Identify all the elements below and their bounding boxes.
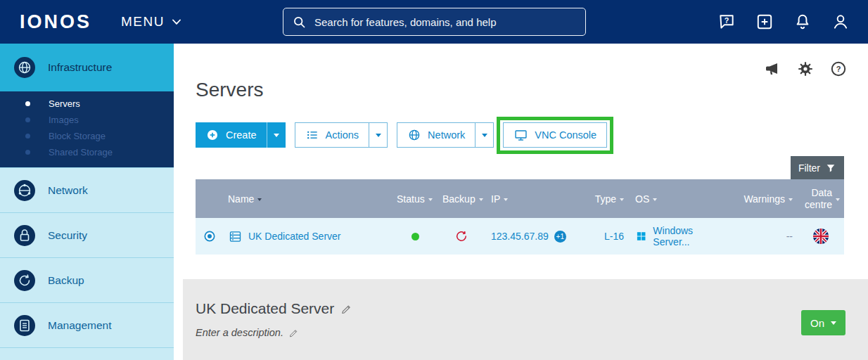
create-dropdown-button[interactable] — [267, 122, 286, 148]
sort-icon — [836, 198, 840, 201]
edit-name-pencil-icon[interactable] — [340, 303, 352, 315]
page-title: Servers — [196, 79, 263, 101]
sort-icon — [653, 198, 657, 201]
sidebar-item-network[interactable]: Network — [0, 167, 174, 212]
sort-icon — [257, 198, 262, 201]
sidebar-subitem-shared-storage[interactable]: Shared Storage — [0, 144, 174, 160]
actions-label: Actions — [326, 129, 359, 141]
help-circle-icon: ? — [830, 60, 847, 77]
sidebar-subitem-servers[interactable]: Servers — [0, 96, 174, 112]
status-ok-icon — [411, 233, 419, 240]
network-dropdown-button[interactable] — [475, 122, 494, 148]
sidebar: Infrastructure Servers Images Block Stor… — [0, 44, 174, 360]
server-name-link[interactable]: UK Dedicated Server — [248, 231, 341, 242]
table-header-row: Name Status Backup IP Type — [196, 179, 844, 218]
subitem-label: Shared Storage — [49, 147, 113, 158]
column-header-backup[interactable]: Backup — [438, 179, 484, 218]
main-content: ? Servers Create Actions — [174, 44, 868, 360]
row-name-cell: UK Dedicated Server — [224, 218, 392, 255]
column-header-warnings[interactable]: Warnings — [734, 179, 797, 218]
backup-alert-icon — [454, 229, 468, 243]
add-product-button[interactable] — [755, 13, 774, 31]
sort-icon — [789, 198, 793, 201]
column-header-name[interactable]: Name — [224, 179, 392, 218]
bullet-icon — [25, 134, 30, 139]
bell-icon — [793, 13, 812, 31]
row-data-centre-cell — [797, 218, 844, 255]
account-button[interactable] — [831, 13, 850, 31]
search-input[interactable] — [313, 15, 577, 29]
sidebar-item-label: Management — [48, 319, 111, 332]
sidebar-item-backup[interactable]: Backup — [0, 257, 174, 302]
plus-circle-icon — [205, 128, 219, 142]
ionos-logo[interactable]: IONOS — [20, 11, 91, 33]
description-placeholder: Enter a description. — [196, 327, 283, 338]
sidebar-item-label: Network — [48, 184, 88, 197]
row-status-cell — [392, 218, 438, 255]
sort-icon — [620, 198, 624, 201]
sidebar-subitem-images[interactable]: Images — [0, 112, 174, 128]
notifications-button[interactable] — [793, 13, 812, 31]
windows-logo-icon — [635, 230, 647, 243]
subitem-label: Servers — [49, 98, 80, 109]
column-header-status[interactable]: Status — [392, 179, 438, 218]
caret-down-icon — [274, 134, 279, 137]
bullet-icon — [25, 150, 30, 155]
vnc-console-button[interactable]: VNC Console — [503, 122, 607, 148]
column-header-os[interactable]: OS — [628, 179, 734, 218]
sidebar-item-management[interactable]: Management — [0, 302, 174, 347]
gear-icon — [797, 60, 814, 77]
network-label: Network — [428, 129, 465, 141]
globe-icon — [407, 128, 421, 142]
caret-down-icon — [376, 134, 381, 137]
menu-button[interactable]: MENU — [121, 14, 184, 30]
chevron-down-icon — [170, 15, 184, 29]
sidebar-item-label: Infrastructure — [48, 61, 112, 74]
network-button[interactable]: Network — [397, 122, 475, 148]
settings-button[interactable] — [797, 60, 814, 77]
management-icon — [13, 314, 36, 337]
filter-funnel-icon — [825, 162, 836, 174]
filter-label: Filter — [798, 162, 820, 174]
sort-icon — [428, 198, 433, 201]
search-icon — [292, 15, 307, 30]
header-label: Warnings — [743, 193, 785, 205]
header-label: Status — [397, 193, 425, 205]
table-row[interactable]: UK Dedicated Server 123.45.67.89 +1 L-16 — [196, 218, 844, 255]
header-label: IP — [491, 193, 500, 205]
ip-count-badge[interactable]: +1 — [554, 231, 566, 243]
column-header-type[interactable]: Type — [586, 179, 628, 218]
os-name: Windows Server... — [653, 225, 729, 248]
list-icon — [305, 128, 319, 142]
caret-down-icon — [831, 321, 836, 325]
vnc-console-wrap: VNC Console — [503, 122, 607, 148]
filter-button[interactable]: Filter — [791, 156, 844, 179]
help-button[interactable]: ? — [717, 13, 736, 31]
subitem-label: Images — [49, 115, 79, 125]
power-status-button[interactable]: On — [801, 310, 845, 335]
sidebar-subitem-block-storage[interactable]: Block Storage — [0, 128, 174, 144]
toolbar: Create Actions Network — [196, 122, 607, 148]
column-header-data-centre[interactable]: Data centre — [797, 179, 844, 218]
page-help-button[interactable]: ? — [830, 60, 847, 77]
actions-dropdown-button[interactable] — [369, 122, 388, 148]
sidebar-item-infrastructure[interactable]: Infrastructure — [0, 44, 174, 91]
announcements-button[interactable] — [764, 60, 781, 77]
server-name-row: UK Dedicated Server — [196, 300, 868, 317]
column-header-ip[interactable]: IP — [484, 179, 586, 218]
megaphone-icon — [764, 60, 781, 77]
ip-address[interactable]: 123.45.67.89 — [491, 231, 549, 242]
caret-down-icon — [482, 134, 487, 137]
edit-description-pencil-icon[interactable] — [288, 328, 299, 338]
actions-button[interactable]: Actions — [295, 122, 369, 148]
sidebar-item-security[interactable]: Security — [0, 212, 174, 257]
create-button[interactable]: Create — [196, 122, 267, 148]
page-action-icons: ? — [764, 60, 847, 77]
header-label: Name — [228, 193, 254, 205]
svg-text:?: ? — [725, 16, 729, 25]
radio-selected-icon[interactable] — [203, 229, 217, 243]
search-box — [283, 8, 586, 36]
row-type-cell: L-16 — [586, 218, 628, 255]
server-details-panel: UK Dedicated Server Enter a description.… — [183, 279, 868, 360]
server-type: L-16 — [604, 231, 624, 242]
